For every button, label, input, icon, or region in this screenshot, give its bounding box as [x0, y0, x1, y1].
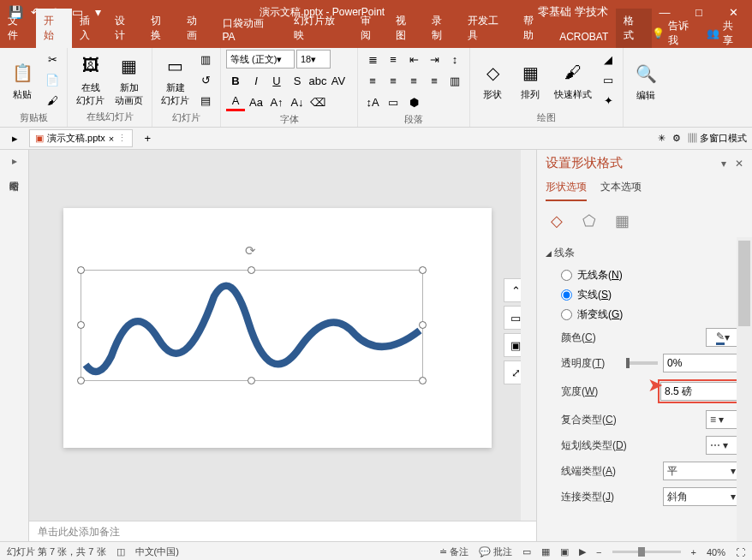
font-name-combo[interactable]: 等线 (正文) ▾ [226, 50, 295, 69]
editing-button[interactable]: 🔍 编辑 [629, 58, 663, 104]
notes-button[interactable]: ≐ 备注 [439, 545, 469, 558]
tab-help[interactable]: 帮助 [516, 9, 552, 48]
view-slideshow-icon[interactable]: ▶ [579, 546, 586, 557]
expand-thumbnails-icon[interactable]: ▸ [12, 155, 17, 167]
tab-developer[interactable]: 开发工具 [460, 9, 516, 48]
new-anim-button[interactable]: ▦ 新加 动画页 [111, 51, 146, 109]
tab-pocket-anim[interactable]: 口袋动画 PA [215, 11, 287, 48]
shape-outline-icon[interactable]: ▭ [599, 70, 618, 89]
accessibility-icon[interactable]: ◫ [116, 546, 125, 557]
effects-icon[interactable]: ⬠ [578, 210, 600, 232]
tab-record[interactable]: 录制 [424, 9, 460, 48]
italic-icon[interactable]: I [247, 71, 266, 90]
bullets-icon[interactable]: ≣ [363, 50, 382, 69]
notes-area[interactable]: 单击此处添加备注 [29, 521, 536, 541]
align-center-icon[interactable]: ≡ [384, 71, 403, 90]
clear-format-icon[interactable]: ⌫ [308, 92, 327, 111]
comments-button[interactable]: 💬 批注 [479, 545, 512, 558]
transparency-spinner[interactable]: ▲▼ [663, 354, 740, 372]
tab-close-icon[interactable]: × [109, 134, 114, 144]
reset-icon[interactable]: ↺ [196, 70, 215, 89]
view-sorter-icon[interactable]: ▦ [541, 546, 550, 557]
zoom-out-icon[interactable]: − [596, 547, 601, 557]
zoom-level[interactable]: 40% [707, 547, 725, 557]
tab-review[interactable]: 审阅 [353, 9, 389, 48]
layout-icon[interactable]: ▥ [196, 50, 215, 69]
size-props-icon[interactable]: ▦ [611, 210, 633, 232]
pane-close-icon[interactable]: ✕ [735, 158, 743, 170]
tab-acrobat[interactable]: ACROBAT [552, 26, 616, 48]
pane-scrollbar[interactable] [737, 237, 752, 541]
cut-icon[interactable]: ✂ [43, 50, 62, 69]
resize-handle[interactable] [77, 321, 85, 329]
compound-combo[interactable]: ≡ ▾ [706, 410, 740, 429]
indent-left-icon[interactable]: ⇤ [404, 50, 423, 69]
tab-design[interactable]: 设计 [107, 9, 143, 48]
columns-icon[interactable]: ▥ [445, 71, 464, 90]
pane-dropdown-icon[interactable]: ▾ [721, 158, 726, 170]
smartart-icon[interactable]: ⬢ [404, 92, 423, 111]
color-picker[interactable]: ✎▾ [706, 328, 740, 347]
tab-text-options[interactable]: 文本选项 [600, 180, 642, 201]
dash-combo[interactable]: ⋯ ▾ [706, 436, 740, 455]
tab-format[interactable]: 格式 [616, 9, 652, 48]
numbering-icon[interactable]: ≡ [384, 50, 403, 69]
arrange-button[interactable]: ▦ 排列 [513, 57, 547, 103]
tell-me[interactable]: 💡 告诉我 [652, 19, 698, 48]
zoom-in-icon[interactable]: + [691, 547, 696, 557]
multi-window-button[interactable]: ▥ 多窗口模式 [688, 132, 747, 145]
fit-to-window-icon[interactable]: ⛶ [736, 547, 745, 557]
resize-handle[interactable] [419, 321, 427, 329]
radio-solid-line[interactable]: 实线(S) [546, 285, 747, 305]
tab-view[interactable]: 视图 [388, 9, 424, 48]
docbar-icon[interactable]: ▸ [5, 129, 24, 148]
selected-shape[interactable]: ⟳ [81, 270, 423, 381]
language-status[interactable]: 中文(中国) [135, 545, 179, 558]
quick-styles-button[interactable]: 🖌 快速样式 [551, 57, 595, 103]
docbar-tool1-icon[interactable]: ✳ [658, 133, 665, 144]
new-slide-button[interactable]: ▭ 新建 幻灯片 [158, 51, 193, 109]
line-spacing-icon[interactable]: ↕ [445, 50, 464, 69]
close-icon[interactable]: ✕ [721, 3, 745, 21]
grow-font-icon[interactable]: A↑ [267, 92, 286, 111]
align-text-icon[interactable]: ▭ [384, 92, 403, 111]
resize-handle[interactable] [419, 377, 427, 384]
shrink-font-icon[interactable]: A↓ [288, 92, 307, 111]
section-line[interactable]: 线条 [546, 241, 747, 265]
paste-button[interactable]: 📋 粘贴 [5, 57, 39, 103]
align-left-icon[interactable]: ≡ [363, 71, 382, 90]
justify-icon[interactable]: ≡ [425, 71, 444, 90]
font-size-combo[interactable]: 18 ▾ [296, 50, 331, 69]
strikethrough-icon[interactable]: S [288, 71, 307, 90]
add-tab-icon[interactable]: + [138, 129, 157, 148]
bold-icon[interactable]: B [226, 71, 245, 90]
align-right-icon[interactable]: ≡ [404, 71, 423, 90]
view-normal-icon[interactable]: ▭ [522, 546, 531, 557]
fill-line-icon[interactable]: ◇ [546, 210, 568, 232]
radio-no-line[interactable]: 无线条(N) [546, 265, 747, 285]
tab-slideshow[interactable]: 幻灯片放映 [286, 9, 352, 48]
tab-transition[interactable]: 切换 [143, 9, 179, 48]
shape-effects-icon[interactable]: ✦ [599, 91, 618, 110]
canvas-scrollbar[interactable] [521, 150, 536, 521]
resize-handle[interactable] [77, 266, 85, 274]
join-combo[interactable]: 斜角 ▾ [663, 487, 740, 506]
tab-shape-options[interactable]: 形状选项 [546, 180, 587, 201]
radio-gradient-line[interactable]: 渐变线(G) [546, 305, 747, 325]
maximize-icon[interactable]: □ [687, 3, 711, 21]
font-color-icon[interactable]: A [226, 92, 245, 111]
resize-handle[interactable] [77, 377, 85, 384]
canvas-scroll[interactable]: ⟳ ⌃ ▭ ▣ ⤢ [29, 150, 536, 521]
resize-handle[interactable] [248, 377, 255, 384]
underline-icon[interactable]: U [267, 71, 286, 90]
width-spinner[interactable]: ▲▼ [660, 382, 737, 401]
cap-combo[interactable]: 平 ▾ [663, 462, 740, 480]
copy-icon[interactable]: 📄 [43, 70, 62, 89]
transparency-slider[interactable] [626, 361, 658, 365]
shadow-icon[interactable]: abc [308, 71, 327, 90]
share-button[interactable]: 👥 共享 [707, 19, 743, 48]
online-slide-button[interactable]: 🖼 在线 幻灯片 [73, 51, 108, 109]
indent-right-icon[interactable]: ⇥ [425, 50, 444, 69]
resize-handle[interactable] [419, 266, 427, 274]
slide[interactable]: ⟳ [63, 208, 492, 448]
